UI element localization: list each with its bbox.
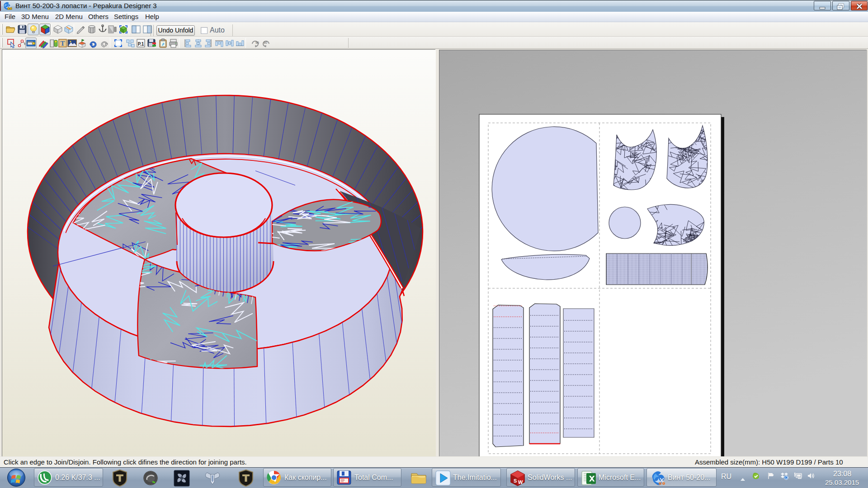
svg-text:90: 90	[264, 41, 267, 44]
svg-text:W: W	[518, 479, 523, 485]
svg-text:T: T	[60, 40, 65, 47]
svg-text:S: S	[514, 478, 517, 483]
svg-text:90: 90	[255, 41, 259, 44]
svg-text:P.1: P.1	[138, 42, 144, 47]
